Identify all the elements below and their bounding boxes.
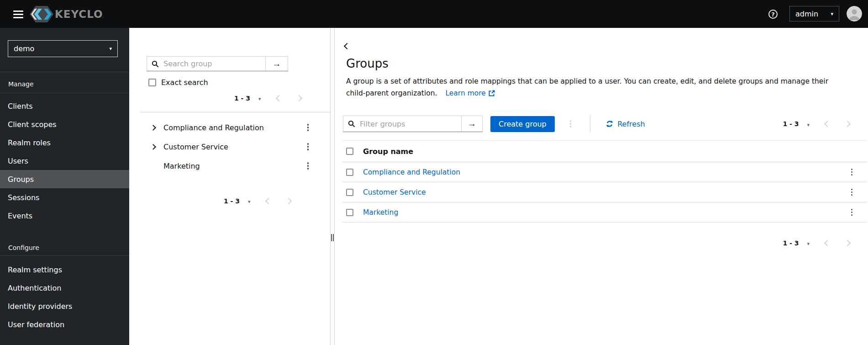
next-page-button[interactable]: [297, 96, 301, 101]
chevron-down-icon: ▾: [807, 122, 810, 128]
row-kebab-button[interactable]: [849, 207, 855, 218]
keycloak-logo-icon: KEYCLOAK: [29, 5, 103, 24]
sidebar-item-realm-roles[interactable]: Realm roles: [0, 133, 129, 152]
table-pagination-bottom: 1 - 3 ▾: [783, 239, 850, 247]
chevron-left-icon: [824, 239, 831, 246]
kebab-menu-button[interactable]: [305, 160, 311, 171]
row-kebab-button[interactable]: [849, 187, 855, 198]
pagination-range: 1 - 3: [234, 95, 250, 102]
row-checkbox[interactable]: [346, 169, 353, 176]
divider: [590, 115, 590, 133]
groups-table: Group name Compliance and Regulation Cus…: [342, 140, 867, 223]
table-row: Compliance and Regulation: [342, 162, 867, 182]
keycloak-logo[interactable]: KEYCLOAK: [29, 5, 103, 26]
expand-chevron-icon[interactable]: [151, 145, 156, 149]
row-checkbox[interactable]: [346, 209, 353, 216]
sidebar-item-sessions[interactable]: Sessions: [0, 188, 129, 207]
per-page-dropdown[interactable]: ▾: [258, 94, 261, 102]
nav-toggle-button[interactable]: [13, 11, 23, 20]
page-title: Groups: [346, 57, 389, 70]
kebab-menu-button[interactable]: [305, 141, 311, 152]
help-button[interactable]: ?: [768, 10, 778, 19]
refresh-button[interactable]: Refresh: [606, 120, 645, 128]
exact-search-checkbox[interactable]: [148, 79, 156, 86]
chevron-right-icon: [844, 121, 851, 127]
chevron-down-icon: ▾: [109, 46, 112, 51]
groups-page: Groups A group is a set of attributes an…: [335, 28, 868, 345]
sidebar-item-user-federation[interactable]: User federation: [0, 315, 129, 334]
sidebar-item-client-scopes[interactable]: Client scopes: [0, 115, 129, 133]
pagination-range: 1 - 3: [224, 197, 240, 205]
groups-tree: Compliance and Regulation Customer Servi…: [129, 118, 330, 175]
chevron-left-icon: [265, 197, 272, 204]
sidebar-item-clients[interactable]: Clients: [0, 97, 129, 115]
select-all-checkbox[interactable]: [346, 148, 353, 155]
tree-pagination-top: 1 - 3 ▾: [234, 94, 301, 102]
previous-page-button[interactable]: [825, 122, 830, 126]
group-name-link[interactable]: Compliance and Regulation: [363, 168, 460, 176]
toolbar-kebab-button[interactable]: [568, 118, 574, 129]
chevron-right-icon: [844, 239, 851, 246]
sidebar-item-realm-settings[interactable]: Realm settings: [0, 260, 129, 279]
per-page-dropdown[interactable]: ▾: [807, 239, 810, 247]
row-kebab-button[interactable]: [849, 167, 855, 178]
chevron-right-icon: [296, 95, 302, 101]
sidebar-nav: demo ▾ Manage Clients Client scopes Real…: [0, 28, 129, 345]
group-name-link[interactable]: Marketing: [363, 208, 398, 217]
group-search-input[interactable]: [163, 59, 265, 69]
chevron-left-icon: [344, 43, 350, 49]
avatar-icon: [847, 6, 862, 21]
collapse-tree-button[interactable]: [344, 41, 350, 51]
learn-more-link[interactable]: Learn more: [445, 87, 494, 99]
chevron-down-icon: ▾: [807, 241, 810, 247]
previous-page-button[interactable]: [277, 96, 281, 101]
tree-item-customer-service[interactable]: Customer Service: [129, 137, 330, 156]
sidebar-item-groups[interactable]: Groups: [0, 170, 129, 188]
kebab-menu-button[interactable]: [305, 122, 311, 133]
divider: [0, 93, 129, 93]
group-search-submit-button[interactable]: →: [266, 57, 288, 71]
create-group-button[interactable]: Create group: [490, 116, 555, 132]
sidebar-item-events[interactable]: Events: [0, 207, 129, 225]
user-menu-label: admin: [795, 10, 818, 18]
page-description: A group is a set of attributes and role …: [346, 75, 828, 99]
nav-section-manage: Manage: [8, 80, 34, 88]
sidebar-item-authentication[interactable]: Authentication: [0, 279, 129, 297]
next-page-button[interactable]: [845, 241, 850, 245]
table-header-row: Group name: [342, 140, 867, 162]
chevron-down-icon: ▾: [258, 96, 261, 102]
search-icon: [152, 60, 159, 68]
realm-selector-value: demo: [14, 44, 34, 53]
sidebar-item-users[interactable]: Users: [0, 152, 129, 170]
panel-resize-handle[interactable]: [330, 28, 335, 345]
previous-page-button[interactable]: [825, 241, 830, 245]
next-page-button[interactable]: [286, 199, 291, 203]
per-page-dropdown[interactable]: ▾: [807, 120, 810, 128]
user-menu-dropdown[interactable]: admin ▾: [789, 6, 839, 21]
column-header-group-name: Group name: [363, 147, 413, 156]
tree-item-compliance-and-regulation[interactable]: Compliance and Regulation: [129, 118, 330, 137]
nav-section-configure: Configure: [8, 244, 39, 251]
question-icon: ?: [771, 11, 775, 18]
pagination-range: 1 - 3: [783, 239, 799, 247]
divider: [140, 112, 330, 112]
filter-groups-input[interactable]: [359, 119, 461, 129]
filter-groups-box: →: [343, 116, 483, 132]
per-page-dropdown[interactable]: ▾: [248, 196, 251, 205]
avatar[interactable]: [847, 6, 862, 21]
filter-submit-button[interactable]: →: [462, 116, 482, 132]
tree-pagination-bottom: 1 - 3 ▾: [224, 196, 291, 205]
next-page-button[interactable]: [845, 122, 850, 126]
realm-selector-dropdown[interactable]: demo ▾: [8, 40, 118, 57]
group-name-link[interactable]: Customer Service: [363, 188, 426, 196]
arrow-right-icon: →: [468, 119, 476, 129]
row-checkbox[interactable]: [346, 189, 353, 196]
table-pagination-top: 1 - 3 ▾: [783, 120, 850, 128]
sidebar-item-identity-providers[interactable]: Identity providers: [0, 297, 129, 315]
tree-item-marketing[interactable]: Marketing: [129, 156, 330, 175]
expand-chevron-icon[interactable]: [151, 126, 156, 130]
divider: [0, 72, 129, 72]
exact-search-label: Exact search: [161, 78, 208, 87]
chevron-right-icon: [285, 197, 292, 204]
previous-page-button[interactable]: [266, 199, 271, 203]
